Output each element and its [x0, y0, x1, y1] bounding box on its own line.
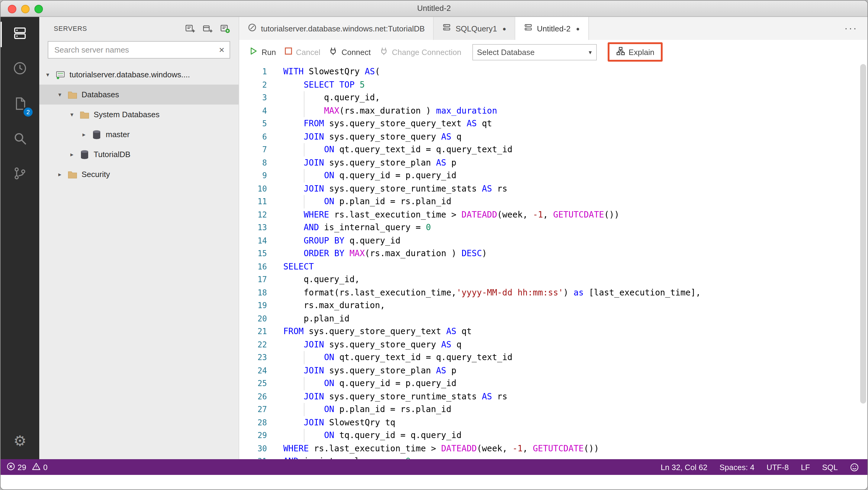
code-line-text: format(rs.last_execution_time,'yyyy-MM-d…	[283, 286, 701, 299]
active-connections-icon[interactable]	[220, 23, 230, 34]
activitybar-connections[interactable]	[1, 17, 39, 52]
tree-item-system-databases[interactable]: ▾System Databases	[39, 104, 239, 124]
code-line[interactable]: 9 ON q.query_id = p.query_id	[239, 169, 867, 182]
encoding[interactable]: UTF-8	[767, 462, 789, 471]
code-line[interactable]: 29 ON tq.query_id = q.query_id	[239, 429, 867, 442]
code-line-text: JOIN sys.query_store_query AS q	[283, 130, 462, 143]
code-line[interactable]: 17 q.query_id,	[239, 273, 867, 286]
tree-item-tutorialdb[interactable]: ▸TutorialDB	[39, 144, 239, 164]
select-database-label: Select Database	[477, 48, 534, 57]
code-line[interactable]: 16SELECT	[239, 260, 867, 273]
tree-item-tutorialserver-database-windows[interactable]: ▾tutorialserver.database.windows....	[39, 65, 239, 85]
line-number: 10	[239, 182, 267, 195]
code-line[interactable]: 4 MAX(rs.max_duration ) max_duration	[239, 104, 867, 117]
server-search-box[interactable]: ✕	[48, 41, 230, 59]
line-number: 22	[239, 338, 267, 351]
line-number: 29	[239, 429, 267, 442]
code-line[interactable]: 19 rs.max_duration,	[239, 299, 867, 312]
chevron-collapsed-icon[interactable]: ▸	[56, 171, 63, 178]
settings-icon[interactable]: ⚙	[1, 429, 39, 453]
line-number: 1	[239, 65, 267, 78]
chevron-collapsed-icon[interactable]: ▸	[68, 151, 75, 158]
code-line[interactable]: 22 JOIN sys.query_store_query AS q	[239, 338, 867, 351]
code-line[interactable]: 11 ON p.plan_id = rs.plan_id	[239, 195, 867, 208]
code-line[interactable]: 18 format(rs.last_execution_time,'yyyy-M…	[239, 286, 867, 299]
tab-label: tutorialserver.database.windows.net:Tuto…	[261, 24, 425, 33]
code-line[interactable]: 10 JOIN sys.query_store_runtime_stats AS…	[239, 182, 867, 195]
connect-button[interactable]: Connect	[329, 47, 371, 57]
titlebar[interactable]: Untitled-2	[1, 1, 867, 17]
code-line[interactable]: 25 ON q.query_id = p.query_id	[239, 377, 867, 390]
code-line[interactable]: 23 ON qt.query_text_id = q.query_text_id	[239, 351, 867, 364]
code-line[interactable]: 6 JOIN sys.query_store_query AS q	[239, 130, 867, 143]
code-line[interactable]: 28 JOIN SlowestQry tq	[239, 416, 867, 429]
dirty-indicator[interactable]: ●	[576, 25, 580, 32]
more-actions-icon[interactable]: ···	[844, 23, 867, 34]
code-line[interactable]: 8 JOIN sys.query_store_plan AS p	[239, 156, 867, 169]
code-line[interactable]: 31AND is_internal_query = 0	[239, 455, 867, 459]
tab-untitled-2[interactable]: Untitled-2●	[515, 17, 589, 40]
run-button[interactable]: Run	[249, 47, 276, 57]
code-line[interactable]: 3 q.query_id,	[239, 91, 867, 104]
code-line[interactable]: 27 ON p.plan_id = rs.plan_id	[239, 403, 867, 416]
code-line[interactable]: 14 GROUP BY q.query_id	[239, 234, 867, 247]
code-line[interactable]: 26 JOIN sys.query_store_runtime_stats AS…	[239, 390, 867, 403]
code-line-text: AND is_internal_query = 0	[283, 455, 411, 459]
code-line-text: ORDER BY MAX(rs.max_duration ) DESC)	[283, 247, 487, 260]
tab-sqlquery1[interactable]: SQLQuery1●	[434, 17, 515, 40]
code-line-text: SELECT	[283, 260, 314, 273]
code-editor[interactable]: 1WITH SlowestQry AS(2 SELECT TOP 53 q.qu…	[239, 64, 867, 459]
problems-warnings[interactable]: 0	[32, 462, 48, 472]
tab-tutorialserver-database-windows-net-tutorialdb[interactable]: tutorialserver.database.windows.net:Tuto…	[239, 17, 434, 40]
clear-search-icon[interactable]: ✕	[219, 45, 225, 54]
code-line[interactable]: 20 p.plan_id	[239, 312, 867, 325]
tree-item-security[interactable]: ▸Security	[39, 164, 239, 184]
server-tree: ▾tutorialserver.database.windows....▾Dat…	[39, 65, 239, 459]
change-connection-label: Change Connection	[392, 48, 462, 57]
code-line[interactable]: 5 FROM sys.query_store_query_text AS qt	[239, 117, 867, 130]
language-mode[interactable]: SQL	[822, 462, 838, 471]
change-connection-icon	[379, 47, 389, 57]
code-line[interactable]: 12 WHERE rs.last_execution_time > DATEAD…	[239, 208, 867, 221]
code-line[interactable]: 1WITH SlowestQry AS(	[239, 65, 867, 78]
code-line[interactable]: 13 AND is_internal_query = 0	[239, 221, 867, 234]
code-line[interactable]: 7 ON qt.query_text_id = q.query_text_id	[239, 143, 867, 156]
indentation[interactable]: Spaces: 4	[719, 462, 754, 471]
run-label: Run	[261, 48, 276, 57]
code-line[interactable]: 30WHERE rs.last_execution_time > DATEADD…	[239, 442, 867, 455]
code-line[interactable]: 15 ORDER BY MAX(rs.max_duration ) DESC)	[239, 247, 867, 260]
eol[interactable]: LF	[801, 462, 810, 471]
activitybar-source-control[interactable]	[1, 157, 39, 192]
tree-item-databases[interactable]: ▾Databases	[39, 85, 239, 104]
select-database-dropdown[interactable]: Select Database ▾	[472, 44, 596, 60]
connection-tab-icon	[248, 23, 257, 34]
activitybar-history[interactable]	[1, 52, 39, 87]
line-number: 24	[239, 364, 267, 377]
code-line[interactable]: 2 SELECT TOP 5	[239, 78, 867, 91]
problems-errors[interactable]: 29	[7, 462, 26, 472]
chevron-expanded-icon[interactable]: ▾	[56, 91, 63, 98]
activitybar-search[interactable]	[1, 122, 39, 157]
feedback-smiley-icon[interactable]	[850, 462, 859, 471]
cancel-button[interactable]: Cancel	[284, 47, 320, 57]
dirty-indicator[interactable]: ●	[502, 25, 506, 32]
new-connection-icon[interactable]	[185, 23, 195, 34]
explain-button[interactable]: Explain	[616, 47, 654, 57]
code-line[interactable]: 21FROM sys.query_store_query_text AS qt	[239, 325, 867, 338]
tree-item-master[interactable]: ▸master	[39, 124, 239, 144]
cancel-label: Cancel	[296, 48, 320, 57]
chevron-expanded-icon[interactable]: ▾	[44, 71, 51, 78]
code-line-text: ON p.plan_id = rs.plan_id	[283, 403, 451, 416]
code-line[interactable]: 24 JOIN sys.query_store_plan AS p	[239, 364, 867, 377]
code-line-text: ON q.query_id = p.query_id	[283, 377, 456, 390]
cursor-position[interactable]: Ln 32, Col 62	[661, 462, 708, 471]
code-line-text: JOIN sys.query_store_query AS q	[283, 338, 462, 351]
line-number: 19	[239, 299, 267, 312]
activity-bar: 2⚙	[1, 17, 39, 459]
chevron-expanded-icon[interactable]: ▾	[68, 111, 75, 118]
activitybar-tasks[interactable]: 2	[1, 87, 39, 122]
change-connection-button[interactable]: Change Connection	[379, 47, 462, 57]
chevron-collapsed-icon[interactable]: ▸	[80, 131, 88, 138]
new-server-group-icon[interactable]	[203, 23, 213, 34]
server-search-input[interactable]	[53, 45, 219, 55]
